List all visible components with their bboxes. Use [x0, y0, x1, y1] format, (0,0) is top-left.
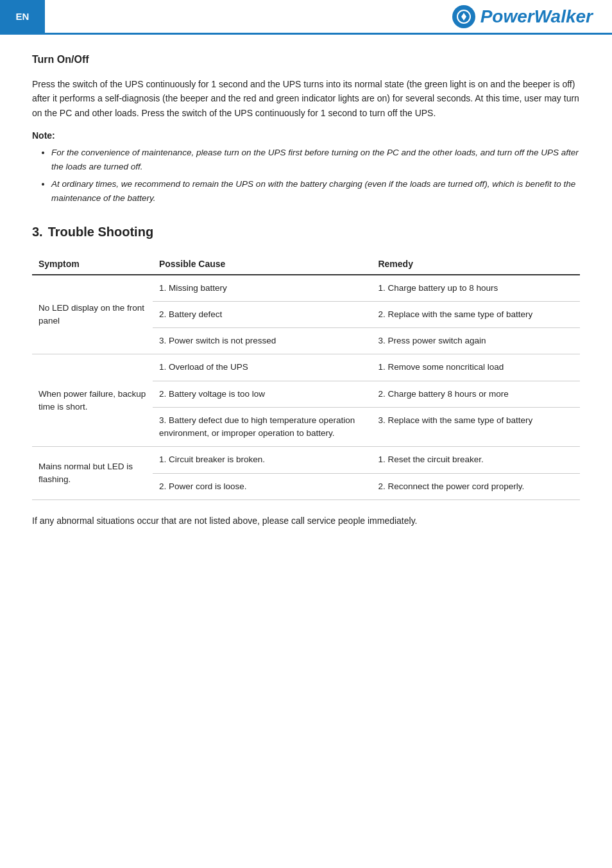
intro-paragraph: Press the switch of the UPS continuously… [32, 77, 580, 120]
symptom-power-failure: When power failure, backup time is short… [32, 354, 153, 447]
logo: PowerWalker [452, 5, 593, 28]
cause-power-cord: 2. Power cord is loose. [153, 473, 372, 499]
page-header: EN PowerWalker [0, 0, 612, 35]
note-bullets: For the convenience of maintenance, plea… [32, 146, 580, 205]
remedy-replace-same: 2. Replace with the same type of battery [371, 301, 580, 327]
language-label: EN [0, 0, 45, 33]
trouble-heading-text: Trouble Shooting [48, 225, 153, 239]
symptom-mains-normal: Mains normal but LED is flashing. [32, 447, 153, 500]
table-row: Mains normal but LED is flashing. 1. Cir… [32, 447, 580, 473]
trouble-table: Symptom Possible Cause Remedy No LED dis… [32, 254, 580, 500]
remedy-replace-same-2: 3. Replace with the same type of battery [371, 407, 580, 447]
bullet-2: At ordinary times, we recommend to remai… [51, 177, 580, 205]
symptom-no-led: No LED display on the front panel [32, 275, 153, 354]
cause-battery-defect-temp: 3. Battery defect due to high temperatur… [153, 407, 372, 447]
remedy-press-switch: 3. Press power switch again [371, 328, 580, 354]
logo-icon [452, 5, 475, 28]
remedy-reset-breaker: 1. Reset the circuit breaker. [371, 447, 580, 473]
col-symptom: Symptom [32, 254, 153, 275]
bullet-1: For the convenience of maintenance, plea… [51, 146, 580, 173]
trouble-shooting-heading: 3.Trouble Shooting [32, 225, 580, 239]
col-remedy: Remedy [371, 254, 580, 275]
cause-power-switch: 3. Power switch is not pressed [153, 328, 372, 354]
remedy-charge-8h: 1. Charge battery up to 8 hours [371, 275, 580, 302]
remedy-remove-load: 1. Remove some noncritical load [371, 354, 580, 381]
remedy-charge-8h-more: 2. Charge battery 8 hours or more [371, 381, 580, 407]
cause-battery-low: 2. Battery voltage is too low [153, 381, 372, 407]
note-label: Note: [32, 130, 580, 141]
turn-on-off-title: Turn On/Off [32, 54, 580, 65]
logo-area: PowerWalker [47, 0, 612, 33]
footer-note: If any abnormal situations occur that ar… [32, 516, 580, 526]
cause-battery-defect: 2. Battery defect [153, 301, 372, 327]
table-row: No LED display on the front panel 1. Mis… [32, 275, 580, 302]
trouble-heading-num: 3. [32, 225, 43, 239]
cause-circuit-breaker: 1. Circuit breaker is broken. [153, 447, 372, 473]
table-row: When power failure, backup time is short… [32, 354, 580, 381]
table-header-row: Symptom Possible Cause Remedy [32, 254, 580, 275]
main-content: Turn On/Off Press the switch of the UPS … [0, 35, 612, 551]
col-cause: Possible Cause [153, 254, 372, 275]
remedy-reconnect-cord: 2. Reconnect the power cord properly. [371, 473, 580, 499]
cause-overload: 1. Overload of the UPS [153, 354, 372, 381]
cause-missing-battery: 1. Missing battery [153, 275, 372, 302]
logo-text: PowerWalker [480, 6, 593, 27]
